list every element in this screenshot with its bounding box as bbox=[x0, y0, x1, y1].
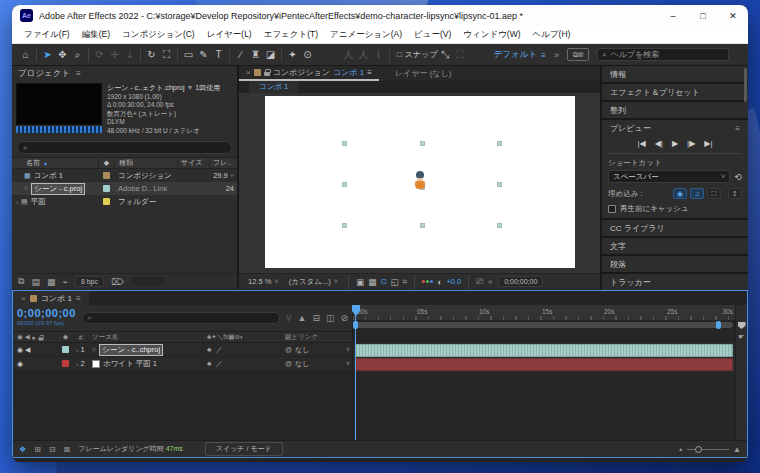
rotation-tool-icon[interactable]: ↻ bbox=[144, 45, 159, 65]
composition-viewer[interactable] bbox=[239, 93, 600, 273]
menu-help[interactable]: ヘルプ(H) bbox=[527, 29, 577, 41]
snap-region-icon[interactable]: ⛶ bbox=[453, 45, 468, 65]
adjust-icon[interactable]: ⌁ bbox=[62, 277, 67, 287]
eraser-tool-icon[interactable]: ◪ bbox=[263, 45, 278, 65]
switches-modes-button[interactable]: スイッチ / モード bbox=[205, 442, 283, 456]
snap-options-icon[interactable]: ⤡ bbox=[438, 45, 453, 65]
layer-quality-slash-icon[interactable]: ／ bbox=[216, 345, 223, 355]
include-audio-icon[interactable]: ♫ bbox=[690, 188, 704, 199]
home-icon[interactable]: ⌂ bbox=[18, 45, 33, 65]
timeline-menu-icon[interactable]: ≡ bbox=[76, 294, 81, 303]
next-frame-button[interactable]: |▶ bbox=[687, 139, 695, 148]
expand-layer-switches-icon[interactable]: ❖ bbox=[19, 445, 26, 454]
layer-expand-icon[interactable]: › bbox=[76, 347, 78, 353]
align-panel-tab[interactable]: 整列 bbox=[602, 102, 748, 118]
menu-composition[interactable]: コンポジション(C) bbox=[116, 29, 201, 41]
last-frame-button[interactable]: ▶| bbox=[704, 139, 712, 148]
expand-transfer-controls-icon[interactable]: ⊞ bbox=[34, 445, 41, 454]
project-search-input[interactable]: ⌕ bbox=[17, 141, 232, 154]
type-tool-icon[interactable]: T bbox=[211, 45, 226, 65]
layer-2-duration-bar[interactable] bbox=[355, 358, 733, 371]
pan-camera-tool-icon[interactable]: ✛ bbox=[107, 45, 122, 65]
layer-panel-tab[interactable]: レイヤー (なし) bbox=[379, 68, 468, 79]
folder-expand-icon[interactable]: › bbox=[16, 199, 18, 205]
project-panel-menu-icon[interactable]: ≡ bbox=[76, 69, 81, 78]
shortcut-select[interactable]: スペースバー ˅ bbox=[608, 170, 730, 183]
layer-quality-icon[interactable]: ♣ bbox=[207, 346, 212, 353]
frame-blending-icon[interactable]: ◫ bbox=[326, 313, 335, 323]
label-color-swatch[interactable] bbox=[103, 185, 110, 192]
tracker-panel-tab[interactable]: トラッカー bbox=[602, 274, 748, 290]
preview-panel-menu-icon[interactable]: ≡ bbox=[735, 124, 740, 133]
bit-depth-button[interactable]: 8 bpc bbox=[75, 276, 104, 287]
layer-audio-icon[interactable]: ◀ bbox=[25, 346, 30, 354]
timeline-search-input[interactable]: ⌕ bbox=[82, 312, 280, 324]
menu-file[interactable]: ファイル(F) bbox=[18, 29, 76, 41]
preview-panel-title[interactable]: プレビュー bbox=[610, 123, 651, 134]
puppet-pin-tool-icon[interactable]: ⊙ bbox=[300, 45, 315, 65]
label-color-swatch[interactable] bbox=[103, 198, 110, 205]
layer-source-name[interactable]: ホワイト 平面 1 bbox=[103, 359, 157, 369]
column-type-label[interactable]: 種類 bbox=[114, 158, 177, 168]
zoom-slider-knob[interactable] bbox=[695, 446, 702, 453]
orbit-camera-tool-icon[interactable]: ⟳ bbox=[92, 45, 107, 65]
workspace-menu-icon[interactable]: ≡ bbox=[541, 50, 546, 60]
scrollbar[interactable] bbox=[744, 68, 747, 102]
layer-expand-icon[interactable]: › bbox=[76, 361, 78, 367]
reset-shortcut-icon[interactable]: ⟲ bbox=[734, 172, 742, 182]
workspace-label[interactable]: デフォルト bbox=[494, 49, 538, 61]
dolly-camera-tool-icon[interactable]: ⇣ bbox=[122, 45, 137, 65]
label-column-icon[interactable]: ◆ bbox=[57, 333, 73, 341]
menu-view[interactable]: ビュー(V) bbox=[408, 29, 457, 41]
layer-quality-slash-icon[interactable]: ／ bbox=[216, 359, 223, 369]
playhead[interactable] bbox=[355, 305, 356, 440]
puppet-tool-icon[interactable]: 人 bbox=[341, 45, 356, 65]
effects-presets-panel-tab[interactable]: エフェクト＆プリセット bbox=[602, 84, 748, 100]
snapshot-camera-icon[interactable]: ⎚ bbox=[476, 276, 483, 287]
menu-effect[interactable]: エフェクト(T) bbox=[258, 29, 324, 41]
item-dropdown-icon[interactable]: ▼ bbox=[186, 84, 193, 91]
hand-icon[interactable]: ☛ bbox=[738, 333, 744, 341]
timeline-comp-tab[interactable]: × コンポ 1 ≡ bbox=[13, 291, 89, 305]
pickwhip-icon[interactable]: @ bbox=[285, 346, 292, 353]
selection-tool-icon[interactable]: ➤ bbox=[40, 45, 55, 65]
current-timecode[interactable]: 0;00;00;00 bbox=[17, 308, 76, 318]
transparency-grid-icon[interactable]: ▦ bbox=[368, 277, 376, 287]
interpret-footage-icon[interactable]: ⧉ bbox=[18, 276, 24, 287]
comp-breadcrumb[interactable]: コンポ 1 bbox=[249, 81, 298, 93]
close-tab-icon[interactable]: × bbox=[21, 294, 26, 303]
zoom-out-mountain-icon[interactable]: ▲ bbox=[678, 446, 683, 452]
clone-stamp-tool-icon[interactable]: ♜ bbox=[248, 45, 263, 65]
delete-item-icon[interactable]: ⌦ bbox=[111, 277, 124, 287]
comp-mini-flowchart-icon[interactable]: ⑂ bbox=[286, 313, 291, 323]
column-fps-label[interactable]: フレ.. bbox=[209, 158, 237, 168]
layer-source-name[interactable]: シーン - c..chproj bbox=[99, 344, 163, 356]
snap-checkbox[interactable]: □ bbox=[397, 50, 402, 59]
hand-tool-icon[interactable]: ✥ bbox=[55, 45, 70, 65]
menu-animation[interactable]: アニメーション(A) bbox=[324, 29, 408, 41]
column-name-label[interactable]: 名前 bbox=[26, 158, 40, 168]
layer-quality-icon[interactable]: ♣ bbox=[207, 360, 212, 367]
layer-visibility-icon[interactable]: ◉ bbox=[17, 346, 23, 354]
exposure-value[interactable]: +0.0 bbox=[446, 277, 461, 286]
toolbar-overflow-icon[interactable]: » bbox=[554, 50, 559, 60]
project-row-folder[interactable]: › ▤ 平面 フォルダー bbox=[12, 195, 237, 208]
motion-blur-icon[interactable]: ⊘ bbox=[340, 313, 348, 323]
hide-shy-layers-icon[interactable]: ⊟ bbox=[312, 313, 320, 323]
work-area-bar[interactable] bbox=[355, 322, 733, 328]
new-composition-icon[interactable]: ▦ bbox=[47, 277, 56, 287]
close-button[interactable]: ✕ bbox=[718, 5, 748, 26]
comp-marker-button[interactable] bbox=[738, 322, 746, 329]
camera-tool-icon[interactable]: ⛶ bbox=[159, 45, 174, 65]
character-figure[interactable] bbox=[415, 171, 425, 190]
zoom-tool-icon[interactable]: ⌕ bbox=[70, 45, 85, 65]
show-snapshot-icon[interactable]: ⚭ bbox=[487, 277, 494, 287]
help-search-input[interactable]: ⌕ ヘルプを検索 bbox=[597, 48, 729, 61]
project-row-comp1[interactable]: ▦ コンポ 1 コンポジション 29.9 ⑂ bbox=[12, 169, 237, 182]
roto-brush-tool-icon[interactable]: ✦ bbox=[285, 45, 300, 65]
mask-visibility-icon[interactable]: ◱ bbox=[390, 277, 398, 287]
sort-ascending-icon[interactable]: ▲ bbox=[43, 160, 48, 166]
parent-link-column-label[interactable]: 親とリンク bbox=[280, 333, 352, 342]
item-name-editing[interactable]: シーン - c.proj bbox=[31, 183, 85, 195]
pickwhip-icon[interactable]: @ bbox=[285, 360, 292, 367]
